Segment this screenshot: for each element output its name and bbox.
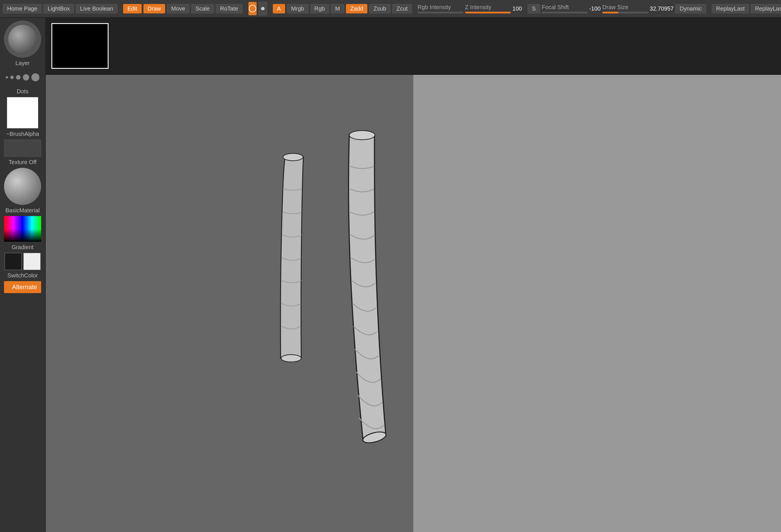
m-label[interactable]: M xyxy=(331,4,344,13)
brush-alpha-thumb[interactable] xyxy=(7,97,38,128)
z-intensity-slider[interactable] xyxy=(465,12,511,13)
canvas-viewport[interactable] xyxy=(46,75,781,532)
zcut-button[interactable]: Zcut xyxy=(392,4,412,13)
gradient-overlay xyxy=(4,216,41,242)
focal-shift-slider[interactable] xyxy=(542,12,588,13)
svg-point-1 xyxy=(261,7,264,10)
texture-off-box[interactable] xyxy=(4,140,41,157)
basic-material-label: BasicMaterial xyxy=(2,207,43,214)
dots-preview[interactable] xyxy=(4,69,41,86)
replay-last-rel-button[interactable]: ReplayLastRel xyxy=(751,4,781,13)
main-area: Layer Dots ~BrushAlpha Texture Off Basic… xyxy=(0,18,781,532)
svg-point-0 xyxy=(249,5,256,12)
layer-label: Layer xyxy=(2,60,43,66)
texture-off-label: Texture Off xyxy=(2,159,43,166)
scale-button[interactable]: Scale xyxy=(191,4,214,13)
dots-label: Dots xyxy=(2,88,43,95)
z-intensity-value: 100 xyxy=(512,5,522,12)
dot-5 xyxy=(32,73,39,81)
edit-button[interactable]: Edit xyxy=(123,4,141,13)
switch-color-group[interactable] xyxy=(5,253,41,270)
sculpt-objects xyxy=(46,75,781,532)
focal-shift-value: -100 xyxy=(589,5,601,12)
alternate-button[interactable]: Alternate xyxy=(4,281,41,293)
sculpt-svg xyxy=(46,75,781,532)
zsub-button[interactable]: Zsub xyxy=(369,4,390,13)
svg-point-4 xyxy=(350,130,375,140)
z-intensity-group: Z Intensity xyxy=(465,4,511,13)
layer-thumb[interactable] xyxy=(4,20,41,58)
top-toolbar: Home Page LightBox Live Boolean Edit Dra… xyxy=(0,0,781,18)
sculpt-stick-left xyxy=(281,153,304,362)
focal-shift-group: Focal Shift xyxy=(542,4,588,13)
draw-button[interactable]: Draw xyxy=(143,4,165,13)
a-label[interactable]: A xyxy=(273,4,285,13)
sculpt-stick-right xyxy=(348,130,387,445)
draw-size-value: 32.70957 xyxy=(650,5,673,12)
focal-shift-label: Focal Shift xyxy=(542,4,569,10)
rgb-button[interactable]: Rgb xyxy=(310,4,329,13)
dynamic-button[interactable]: Dynamic xyxy=(675,4,706,13)
brush-mode-dot-icon[interactable] xyxy=(258,2,267,15)
move-button[interactable]: Move xyxy=(167,4,190,13)
brush-alpha-label: ~BrushAlpha xyxy=(2,131,43,137)
switch-color-label: SwitchColor xyxy=(2,272,43,279)
rgb-intensity-slider[interactable] xyxy=(418,12,463,13)
rotate-button[interactable]: RoTate xyxy=(216,4,242,13)
preview-row xyxy=(46,18,781,75)
draw-size-group: Draw Size xyxy=(603,4,648,13)
svg-point-3 xyxy=(281,354,301,362)
basic-material-sphere[interactable] xyxy=(4,168,41,205)
brush-mode-circle-icon[interactable] xyxy=(248,2,257,15)
dot-3 xyxy=(16,75,20,80)
dot-4 xyxy=(23,74,29,81)
rgb-intensity-group: Rgb Intensity xyxy=(418,4,463,13)
preview-thumb[interactable] xyxy=(51,23,109,69)
switch-color-white[interactable] xyxy=(24,253,41,270)
layer-sphere xyxy=(8,25,37,53)
gradient-label: Gradient xyxy=(2,244,43,251)
dot-2 xyxy=(10,76,14,79)
switch-color-black[interactable] xyxy=(5,253,22,270)
left-sidebar: Layer Dots ~BrushAlpha Texture Off Basic… xyxy=(0,18,46,532)
draw-size-label: Draw Size xyxy=(603,4,628,10)
home-page-button[interactable]: Home Page xyxy=(3,4,42,13)
draw-size-slider[interactable] xyxy=(603,12,648,13)
rgb-intensity-label: Rgb Intensity xyxy=(418,4,451,10)
s-label[interactable]: S xyxy=(528,4,540,13)
z-intensity-label: Z Intensity xyxy=(465,4,491,10)
replay-last-button[interactable]: ReplayLast xyxy=(712,4,749,13)
zadd-button[interactable]: Zadd xyxy=(346,4,368,13)
live-boolean-button[interactable]: Live Boolean xyxy=(76,4,117,13)
dot-1 xyxy=(6,76,8,79)
mrgb-button[interactable]: Mrgb xyxy=(287,4,309,13)
lightbox-button[interactable]: LightBox xyxy=(43,4,74,13)
svg-point-2 xyxy=(283,153,303,161)
gradient-box[interactable] xyxy=(4,216,41,242)
canvas-area xyxy=(46,18,781,532)
